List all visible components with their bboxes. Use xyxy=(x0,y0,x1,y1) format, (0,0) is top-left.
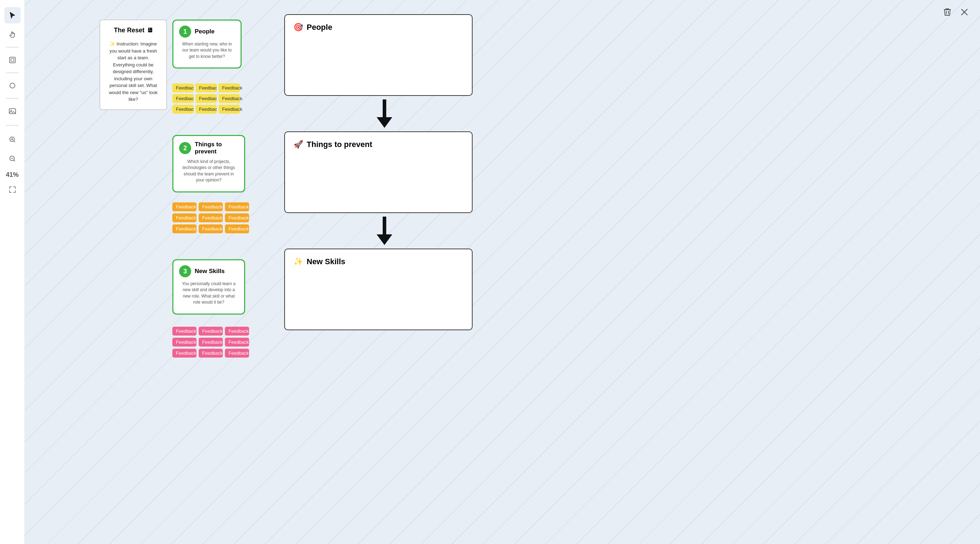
tag-skills-8[interactable]: Feedback xyxy=(199,349,223,358)
arrow-1 xyxy=(377,100,392,128)
canvas: The Reset 🖥 ✨ Instruction: Imagine you w… xyxy=(25,0,980,544)
summary-box-things: 🚀 Things to prevent xyxy=(284,132,473,213)
svg-point-2 xyxy=(10,83,15,88)
tag-things-5[interactable]: Feedback xyxy=(199,213,223,222)
summary-title-skills: ✨ New Skills xyxy=(293,257,463,266)
tag-skills-3[interactable]: Feedback xyxy=(225,327,249,336)
tag-things-7[interactable]: Feedback xyxy=(172,224,197,233)
delete-button[interactable] xyxy=(942,7,952,19)
close-button[interactable] xyxy=(959,7,969,19)
tag-people-9[interactable]: Feedback xyxy=(218,105,240,114)
question-title-2: Things to prevent xyxy=(195,141,239,155)
summary-box-skills: ✨ New Skills xyxy=(284,249,473,330)
tag-skills-7[interactable]: Feedback xyxy=(172,349,197,358)
tag-skills-2[interactable]: Feedback xyxy=(199,327,223,336)
tag-things-2[interactable]: Feedback xyxy=(199,202,223,211)
frame-tool[interactable] xyxy=(4,52,21,68)
arrow-shaft-1 xyxy=(383,100,386,117)
arrow-2 xyxy=(377,217,392,245)
top-right-controls xyxy=(942,7,969,19)
question-header-things: 2 Things to prevent xyxy=(179,141,239,155)
divider3 xyxy=(6,98,19,99)
svg-point-4 xyxy=(11,110,12,111)
arrow-head-1 xyxy=(377,117,392,128)
reset-card-title: The Reset 🖥 xyxy=(106,27,161,34)
question-subtitle-3: You personally could learn a new skill a… xyxy=(179,281,239,306)
question-header-skills: 3 New Skills xyxy=(179,265,239,278)
question-subtitle-2: Which kind of projects, technologies or … xyxy=(179,159,239,184)
summary-things-emoji: 🚀 xyxy=(293,140,303,149)
tag-people-8[interactable]: Feedbac xyxy=(196,105,217,114)
question-card-things: 2 Things to prevent Which kind of projec… xyxy=(172,135,245,192)
tag-things-9[interactable]: Feedback xyxy=(225,224,249,233)
tag-people-4[interactable]: Feedbac xyxy=(172,94,194,103)
zoom-level: 41% xyxy=(6,171,19,179)
divider4 xyxy=(6,125,19,126)
reset-card: The Reset 🖥 ✨ Instruction: Imagine you w… xyxy=(100,19,167,110)
tag-people-6[interactable]: Feedback xyxy=(218,94,240,103)
tags-skills: Feedback Feedback Feedback Feedback Feed… xyxy=(172,327,249,358)
question-title-1: People xyxy=(195,28,215,35)
question-number-3: 3 xyxy=(179,265,191,278)
tag-skills-1[interactable]: Feedback xyxy=(172,327,197,336)
tag-people-7[interactable]: Feedbac xyxy=(172,105,194,114)
image-tool[interactable] xyxy=(4,103,21,119)
arrow-shaft-2 xyxy=(383,217,386,234)
tag-things-4[interactable]: Feedback xyxy=(172,213,197,222)
instruction-icon: ✨ xyxy=(110,41,116,46)
circle-tool[interactable] xyxy=(4,78,21,94)
summary-box-people: 🎯 People xyxy=(284,14,473,96)
svg-rect-0 xyxy=(10,57,15,63)
tag-things-3[interactable]: Feedback xyxy=(225,202,249,211)
tag-people-1[interactable]: Feedbac xyxy=(172,84,194,92)
tags-things: Feedback Feedback Feedback Feedback Feed… xyxy=(172,202,249,233)
divider2 xyxy=(6,73,19,73)
svg-rect-1 xyxy=(11,59,14,62)
divider1 xyxy=(6,47,19,48)
question-number-2: 2 xyxy=(179,142,191,154)
tag-skills-4[interactable]: Feedback xyxy=(172,338,197,347)
summary-people-emoji: 🎯 xyxy=(293,23,303,32)
question-number-1: 1 xyxy=(179,25,191,38)
reset-card-body: ✨ Instruction: Imagine you would have a … xyxy=(106,40,161,103)
question-card-people: 1 People When starting new, who in our t… xyxy=(172,19,242,68)
summary-title-people: 🎯 People xyxy=(293,23,463,32)
tag-things-8[interactable]: Feedback xyxy=(199,224,223,233)
tag-people-2[interactable]: Feedbac xyxy=(196,84,217,92)
tag-people-3[interactable]: Feedback xyxy=(218,84,240,92)
arrow-head-2 xyxy=(377,234,392,245)
zoom-out-button[interactable] xyxy=(4,151,21,167)
question-header-people: 1 People xyxy=(179,25,235,38)
tag-skills-9[interactable]: Feedback xyxy=(225,349,249,358)
cursor-tool[interactable] xyxy=(4,7,21,24)
question-subtitle-1: When starting new, who in our team would… xyxy=(179,41,235,60)
tags-people: Feedbac Feedbac Feedback Feedbac Feedbac… xyxy=(172,84,240,114)
tag-skills-6[interactable]: Feedback xyxy=(225,338,249,347)
zoom-in-button[interactable] xyxy=(4,132,21,148)
summary-skills-emoji: ✨ xyxy=(293,257,303,266)
fit-screen-button[interactable] xyxy=(4,181,21,198)
toolbar: 41% xyxy=(0,0,25,544)
question-card-skills: 3 New Skills You personally could learn … xyxy=(172,259,245,315)
tag-skills-5[interactable]: Feedback xyxy=(199,338,223,347)
summary-title-things: 🚀 Things to prevent xyxy=(293,140,463,149)
hand-tool[interactable] xyxy=(4,26,21,43)
tag-things-6[interactable]: Feedback xyxy=(225,213,249,222)
tag-things-1[interactable]: Feedback xyxy=(172,202,197,211)
question-title-3: New Skills xyxy=(195,268,224,275)
tag-people-5[interactable]: Feedbac xyxy=(196,94,217,103)
